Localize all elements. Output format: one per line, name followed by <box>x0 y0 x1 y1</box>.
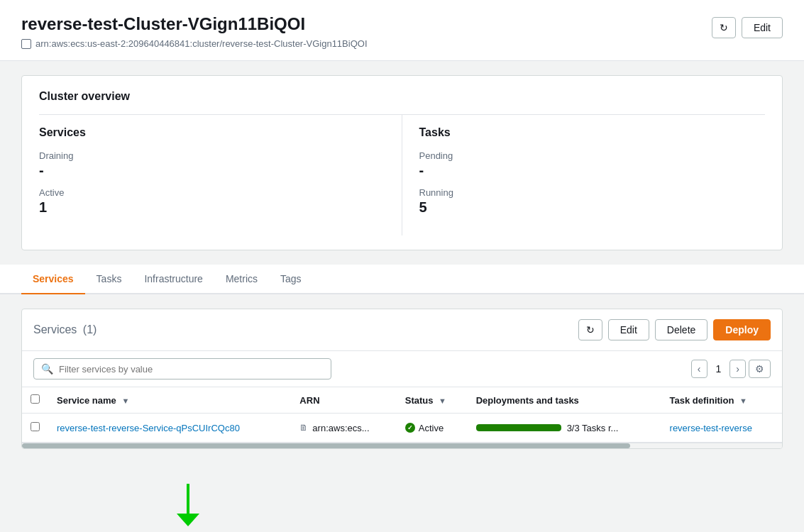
filter-row: 🔍 ‹ 1 › ⚙ <box>22 351 782 387</box>
services-section-title: Services <box>39 126 385 139</box>
page-title: reverse-test-Cluster-VGign11BiQOI <box>21 14 783 34</box>
tab-infrastructure[interactable]: Infrastructure <box>133 265 214 294</box>
progress-bar <box>476 424 561 431</box>
draining-label: Draining <box>39 150 385 161</box>
tab-tasks[interactable]: Tasks <box>85 265 133 294</box>
active-metric: Active 1 <box>39 187 385 216</box>
header-checkbox-col <box>22 387 48 414</box>
header-arn: ARN <box>291 387 396 414</box>
edit-button[interactable]: Edit <box>742 17 783 38</box>
row-service-name: reverse-test-reverse-Service-qPsCUIrCQc8… <box>48 414 291 443</box>
services-panel-title: Services (1) <box>33 323 97 336</box>
tab-services[interactable]: Services <box>21 265 85 294</box>
running-label: Running <box>419 187 766 198</box>
services-delete-button[interactable]: Delete <box>655 319 707 340</box>
green-arrow-indicator <box>177 484 199 532</box>
pending-value: - <box>419 162 766 179</box>
row-task-definition: reverse-test-reverse <box>661 414 782 443</box>
status-badge: Active <box>405 423 459 433</box>
horizontal-scrollbar[interactable] <box>22 443 782 448</box>
running-value: 5 <box>419 199 766 216</box>
refresh-button[interactable]: ↻ <box>712 17 736 38</box>
arn-copy-cell: 🗎 arn:aws:ecs... <box>299 423 387 433</box>
sort-icon-task-def: ▼ <box>739 397 747 405</box>
draining-value: - <box>39 162 385 179</box>
pending-label: Pending <box>419 150 766 161</box>
scrollbar-thumb[interactable] <box>22 443 630 448</box>
row-status: Active <box>397 414 468 443</box>
row-deployments: 3/3 Tasks r... <box>468 414 661 443</box>
service-name-link[interactable]: reverse-test-reverse-Service-qPsCUIrCQc8… <box>57 423 240 433</box>
services-panel-header: Services (1) ↻ Edit Delete Deploy <box>22 309 782 351</box>
tasks-overview-section: Tasks Pending - Running 5 <box>402 115 766 235</box>
services-panel: Services (1) ↻ Edit Delete Deploy 🔍 ‹ 1 … <box>21 309 783 449</box>
row-checkbox[interactable] <box>31 422 40 431</box>
table-header-row: Service name ▼ ARN Status ▼ Deployments … <box>22 387 782 414</box>
pagination-current: 1 <box>710 360 727 377</box>
arn-copy-icon <box>21 39 31 49</box>
active-value: 1 <box>39 199 385 216</box>
sort-icon-status: ▼ <box>439 397 446 405</box>
services-refresh-button[interactable]: ↻ <box>578 319 602 340</box>
pagination-next-button[interactable]: › <box>729 360 746 378</box>
header-task-definition: Task definition ▼ <box>661 387 782 414</box>
active-label: Active <box>39 187 385 198</box>
pagination-prev-button[interactable]: ‹ <box>691 360 707 378</box>
tab-metrics[interactable]: Metrics <box>214 265 269 294</box>
panel-actions: ↻ Edit Delete Deploy <box>578 319 771 340</box>
services-title-text: Services <box>33 323 77 336</box>
row-checkbox-cell <box>22 414 48 443</box>
tasks-progress-text: 3/3 Tasks r... <box>567 423 619 433</box>
tasks-section-title: Tasks <box>419 126 766 139</box>
task-definition-link[interactable]: reverse-test-reverse <box>670 423 752 433</box>
filter-input-wrapper[interactable]: 🔍 <box>33 358 331 379</box>
svg-marker-1 <box>177 514 199 526</box>
running-metric: Running 5 <box>419 187 766 216</box>
sort-icon-service-name: ▼ <box>121 397 129 405</box>
services-table-container: Service name ▼ ARN Status ▼ Deployments … <box>22 387 782 448</box>
tab-tags[interactable]: Tags <box>269 265 313 294</box>
draining-metric: Draining - <box>39 150 385 179</box>
status-dot <box>405 423 415 433</box>
table-row: reverse-test-reverse-Service-qPsCUIrCQc8… <box>22 414 782 443</box>
pagination-controls: ‹ 1 › ⚙ <box>691 360 771 378</box>
services-edit-button[interactable]: Edit <box>608 319 649 340</box>
header-status: Status ▼ <box>397 387 468 414</box>
filter-input[interactable] <box>59 364 324 375</box>
header-service-name: Service name ▼ <box>48 387 291 414</box>
progress-bar-fill <box>476 424 561 431</box>
select-all-checkbox[interactable] <box>31 394 40 404</box>
services-deploy-button[interactable]: Deploy <box>713 319 771 340</box>
card-title: Cluster overview <box>39 90 765 103</box>
arn-text: arn:aws:ecs:us-east-2:209640446841:clust… <box>35 38 368 49</box>
copy-icon[interactable]: 🗎 <box>299 423 308 433</box>
progress-bar-wrapper: 3/3 Tasks r... <box>476 423 653 433</box>
search-icon: 🔍 <box>41 363 53 375</box>
services-table: Service name ▼ ARN Status ▼ Deployments … <box>22 387 782 443</box>
row-arn: 🗎 arn:aws:ecs... <box>291 414 396 443</box>
tabs-bar: Services Tasks Infrastructure Metrics Ta… <box>0 265 804 294</box>
cluster-overview-card: Cluster overview Services Draining - Act… <box>21 75 783 250</box>
page-arn: arn:aws:ecs:us-east-2:209640446841:clust… <box>21 38 783 49</box>
pending-metric: Pending - <box>419 150 766 179</box>
services-count: (1) <box>83 323 97 336</box>
header-deployments: Deployments and tasks <box>468 387 661 414</box>
settings-gear-button[interactable]: ⚙ <box>749 360 771 378</box>
services-overview-section: Services Draining - Active 1 <box>39 115 402 235</box>
status-text: Active <box>419 423 444 433</box>
